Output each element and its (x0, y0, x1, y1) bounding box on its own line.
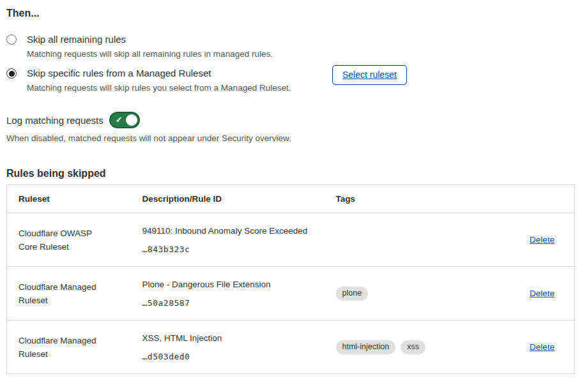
delete-button[interactable]: Delete (530, 235, 555, 245)
rule-description: Plone - Dangerous File Extension (142, 278, 319, 291)
option-label[interactable]: Skip specific rules from a Managed Rules… (27, 67, 326, 79)
tags-cell (325, 213, 478, 267)
log-toggle-row: Log matching requests ✓ (6, 112, 576, 128)
tags-cell: html-injectionxss (325, 320, 478, 374)
delete-button[interactable]: Delete (530, 342, 555, 352)
tag-pill: xss (401, 340, 425, 354)
delete-cell: Delete (478, 267, 575, 320)
rule-id: …d503ded0 (142, 350, 319, 363)
log-toggle-label: Log matching requests (6, 115, 103, 126)
ruleset-cell: Cloudflare Managed Ruleset (7, 267, 131, 320)
tag-pill: html-injection (336, 340, 396, 354)
rule-id: …50a28587 (142, 296, 319, 310)
tag-pill: plone (336, 287, 369, 301)
check-icon: ✓ (116, 115, 123, 125)
option-text-skip-specific: Skip specific rules from a Managed Rules… (27, 67, 326, 93)
column-header-tags: Tags (325, 185, 478, 213)
rules-table-body: Cloudflare OWASP Core Ruleset 949110: In… (7, 213, 575, 374)
radio-option-skip-specific: Skip specific rules from a Managed Rules… (6, 67, 576, 93)
table-row: Cloudflare OWASP Core Ruleset 949110: In… (7, 213, 575, 267)
ruleset-cell: Cloudflare Managed Ruleset (7, 320, 131, 374)
rule-description: XSS, HTML Injection (142, 331, 319, 345)
tags-cell: plone (325, 267, 478, 320)
rule-description: 949110: Inbound Anomaly Score Exceeded (142, 224, 319, 237)
table-row: Cloudflare Managed Ruleset Plone - Dange… (7, 267, 575, 320)
table-header-row: Ruleset Description/Rule ID Tags (7, 185, 575, 213)
delete-cell: Delete (478, 320, 575, 374)
column-header-actions (478, 185, 575, 213)
rules-being-skipped-table: Ruleset Description/Rule ID Tags Cloudfl… (6, 185, 575, 374)
option-text-skip-all: Skip all remaining rules Matching reques… (27, 33, 326, 59)
delete-cell: Delete (478, 213, 575, 267)
log-matching-requests-toggle[interactable]: ✓ (109, 112, 140, 128)
ruleset-cell: Cloudflare OWASP Core Ruleset (7, 213, 131, 267)
select-ruleset-button[interactable]: Select ruleset (332, 65, 407, 85)
table-row: Cloudflare Managed Ruleset XSS, HTML Inj… (7, 320, 575, 374)
column-header-description: Description/Rule ID (131, 185, 325, 213)
description-cell: Plone - Dangerous File Extension …50a285… (131, 267, 325, 320)
log-toggle-helper-text: When disabled, matched requests will not… (6, 133, 576, 144)
description-cell: XSS, HTML Injection …d503ded0 (131, 320, 325, 374)
column-header-ruleset: Ruleset (7, 185, 131, 213)
then-section-title: Then... (6, 8, 576, 19)
radio-button-skip-all[interactable] (6, 34, 17, 45)
rules-table-title: Rules being skipped (6, 168, 576, 179)
option-description: Matching requests will skip all remainin… (27, 49, 326, 59)
delete-button[interactable]: Delete (530, 289, 555, 298)
option-description: Matching requests will skip rules you se… (27, 82, 326, 93)
toggle-knob (126, 114, 137, 126)
action-options: Skip all remaining rules Matching reques… (6, 33, 576, 93)
option-label[interactable]: Skip all remaining rules (27, 33, 326, 45)
waf-rule-action-panel: Then... Skip all remaining rules Matchin… (0, 0, 582, 374)
radio-button-skip-specific[interactable] (6, 68, 17, 79)
rule-id: …843b323c (142, 243, 319, 256)
description-cell: 949110: Inbound Anomaly Score Exceeded …… (131, 213, 325, 267)
radio-option-skip-all: Skip all remaining rules Matching reques… (6, 33, 576, 59)
